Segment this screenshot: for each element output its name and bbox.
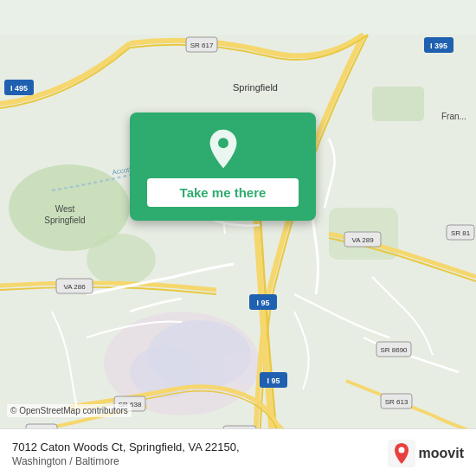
svg-text:VA 289: VA 289 xyxy=(351,236,374,244)
svg-text:Springfield: Springfield xyxy=(44,215,85,225)
bottom-bar: 7012 Caton Woods Ct, Springfield, VA 221… xyxy=(0,428,476,476)
svg-text:SR 617: SR 617 xyxy=(190,42,214,49)
map-container: I 495 SR 617 I 395 Springfield West Spri… xyxy=(0,0,476,476)
svg-text:I 395: I 395 xyxy=(430,42,447,50)
svg-point-5 xyxy=(87,234,156,286)
svg-text:Springfield: Springfield xyxy=(233,82,278,93)
moovit-logo-text: moovit xyxy=(419,446,464,461)
svg-text:West: West xyxy=(55,204,75,214)
svg-text:SR 81: SR 81 xyxy=(451,229,471,237)
svg-text:I 95: I 95 xyxy=(256,299,269,307)
svg-point-44 xyxy=(398,447,404,453)
address-info: 7012 Caton Woods Ct, Springfield, VA 221… xyxy=(12,440,388,467)
take-me-there-button[interactable]: Take me there xyxy=(147,178,299,207)
svg-text:VA 286: VA 286 xyxy=(63,283,86,291)
address-main: 7012 Caton Woods Ct, Springfield, VA 221… xyxy=(12,440,388,455)
address-sub: Washington / Baltimore xyxy=(12,455,388,467)
svg-text:SR 8690: SR 8690 xyxy=(380,346,408,354)
moovit-logo: moovit xyxy=(388,440,464,467)
svg-text:I 495: I 495 xyxy=(10,84,28,93)
svg-point-42 xyxy=(218,138,228,148)
svg-rect-7 xyxy=(372,87,424,121)
svg-text:I 95: I 95 xyxy=(267,376,280,385)
moovit-logo-icon xyxy=(388,440,415,467)
svg-text:SR 613: SR 613 xyxy=(385,398,408,406)
svg-text:Fran...: Fran... xyxy=(441,112,466,121)
location-pin-icon xyxy=(203,128,244,170)
location-card: Take me there xyxy=(130,113,316,221)
map-attribution: © OpenStreetMap contributors xyxy=(7,404,132,417)
